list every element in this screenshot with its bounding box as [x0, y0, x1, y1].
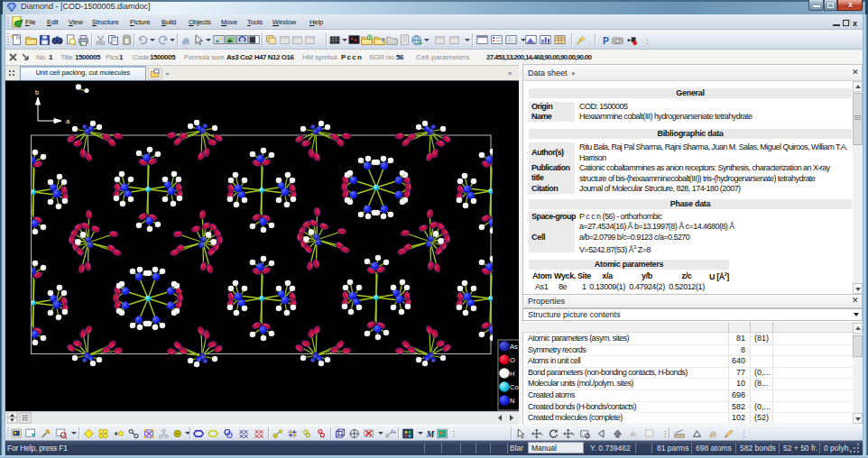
svg-text:P: P — [603, 35, 609, 46]
svg-text:Co: Co — [510, 383, 519, 391]
svg-text:H: H — [510, 370, 514, 378]
svg-text:b: b — [35, 88, 39, 96]
svg-text:Fe: Fe — [391, 430, 396, 435]
svg-text:M: M — [426, 429, 435, 439]
svg-text:O: O — [510, 356, 515, 364]
svg-text:As: As — [510, 343, 518, 351]
svg-text:N: N — [510, 397, 514, 405]
